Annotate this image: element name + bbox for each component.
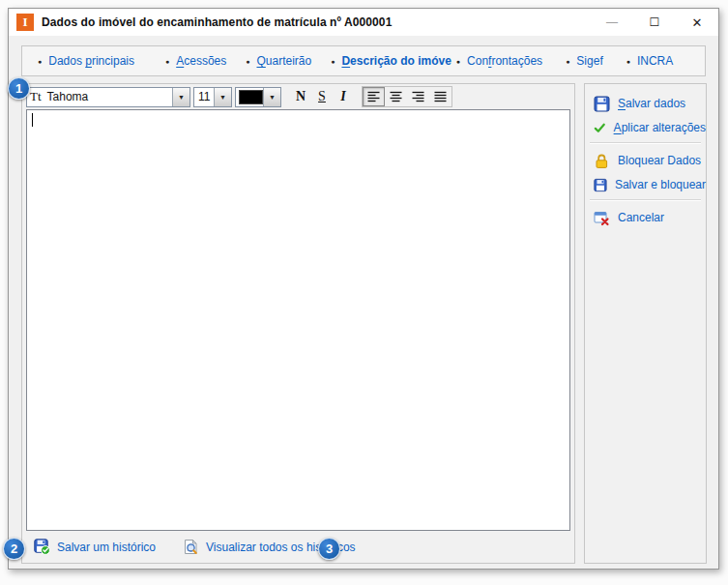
font-name-icon: Tt bbox=[30, 89, 42, 104]
alignment-group bbox=[362, 86, 452, 107]
chevron-down-icon[interactable]: ▼ bbox=[263, 88, 280, 106]
tab-dados-principais[interactable]: ● Dados principais bbox=[38, 54, 134, 68]
tab-quarteirao[interactable]: ● Quarteirão bbox=[246, 54, 311, 68]
save-history-label: Salvar um histórico bbox=[57, 541, 156, 554]
save-and-lock-button[interactable]: Salvar e bloquear bbox=[594, 174, 706, 195]
tab-bullet-icon: ● bbox=[246, 58, 249, 65]
tab-bullet-icon: ● bbox=[566, 58, 569, 65]
save-icon bbox=[594, 96, 610, 112]
view-histories-icon bbox=[183, 539, 199, 555]
bold-button[interactable]: N bbox=[291, 86, 310, 107]
tab-bullet-icon: ● bbox=[38, 58, 42, 65]
font-family-value: Tahoma bbox=[47, 90, 89, 103]
tab-bullet-icon: ● bbox=[165, 58, 169, 65]
description-editor[interactable] bbox=[26, 109, 570, 531]
font-size-value: 11 bbox=[198, 90, 210, 103]
tab-label: Confrontações bbox=[467, 54, 542, 68]
align-center-button[interactable] bbox=[385, 87, 407, 106]
tab-acessoes[interactable]: ● Acessões bbox=[165, 54, 226, 68]
separator bbox=[590, 199, 701, 201]
align-left-icon bbox=[367, 91, 380, 102]
align-center-icon bbox=[390, 91, 402, 102]
text-caret bbox=[32, 113, 33, 127]
dialog-window: I Dados do imóvel do encaminhamento de m… bbox=[8, 8, 719, 570]
tab-label: Descrição do imóve bbox=[341, 54, 451, 68]
check-icon bbox=[594, 120, 606, 136]
tab-bullet-icon: ● bbox=[331, 58, 335, 65]
separator bbox=[590, 142, 701, 144]
save-history-icon bbox=[34, 539, 50, 555]
tab-label: Dados principais bbox=[48, 54, 134, 68]
font-size-select[interactable]: 11 ▼ bbox=[193, 87, 232, 107]
align-right-icon bbox=[412, 91, 424, 102]
save-data-label: Salvar dados bbox=[618, 97, 685, 110]
tab-bullet-icon: ● bbox=[456, 58, 460, 65]
tab-bar: ● Dados principais ● Acessões ● Quarteir… bbox=[21, 45, 706, 76]
tab-descricao-do-imovel[interactable]: ● Descrição do imóve bbox=[331, 54, 451, 68]
app-icon: I bbox=[16, 14, 34, 31]
close-button[interactable]: ✕ bbox=[676, 9, 718, 36]
tab-label: Sigef bbox=[576, 54, 602, 68]
annotation-badge-3: 3 bbox=[318, 538, 340, 560]
apply-changes-label: Aplicar alterações bbox=[614, 121, 706, 134]
tab-label: INCRA bbox=[637, 54, 673, 68]
tab-incra[interactable]: ● INCRA bbox=[626, 54, 674, 68]
save-and-lock-label: Salvar e bloquear bbox=[615, 178, 706, 191]
maximize-button[interactable]: ☐ bbox=[633, 9, 676, 36]
cancel-label: Cancelar bbox=[618, 211, 664, 224]
lock-data-label: Bloquear Dados bbox=[618, 154, 701, 167]
lock-data-button[interactable]: Bloquear Dados bbox=[594, 150, 706, 171]
tab-confrontacoes[interactable]: ● Confrontações bbox=[456, 54, 542, 68]
chevron-down-icon[interactable]: ▼ bbox=[172, 88, 189, 106]
annotation-badge-1: 1 bbox=[8, 77, 30, 100]
history-actions: Salvar um histórico Visualizar todos os … bbox=[22, 531, 574, 563]
lock-icon bbox=[594, 153, 610, 169]
window-title: Dados do imóvel do encaminhamento de mat… bbox=[42, 15, 392, 29]
tab-label: Acessões bbox=[176, 54, 226, 68]
window-controls: — ☐ ✕ bbox=[591, 9, 718, 36]
tab-sigef[interactable]: ● Sigef bbox=[566, 54, 603, 68]
cancel-icon bbox=[594, 210, 610, 226]
align-justify-icon bbox=[434, 91, 447, 102]
tab-label: Quarteirão bbox=[256, 54, 311, 68]
actions-panel: Salvar dados Aplicar alterações Bloquear… bbox=[584, 83, 707, 564]
save-history-button[interactable]: Salvar um histórico bbox=[34, 539, 156, 555]
minimize-button[interactable]: — bbox=[591, 9, 633, 36]
annotation-badge-2: 2 bbox=[3, 538, 25, 560]
align-right-button[interactable] bbox=[407, 87, 429, 106]
underline-button[interactable]: S bbox=[312, 86, 332, 107]
chevron-down-icon[interactable]: ▼ bbox=[214, 88, 231, 106]
save-data-button[interactable]: Salvar dados bbox=[594, 93, 706, 114]
cancel-button[interactable]: Cancelar bbox=[594, 207, 706, 228]
save-icon bbox=[594, 177, 607, 193]
titlebar: I Dados do imóvel do encaminhamento de m… bbox=[9, 9, 718, 36]
font-family-select[interactable]: Tt Tahoma ▼ bbox=[26, 87, 190, 107]
tab-bullet-icon: ● bbox=[626, 58, 630, 65]
apply-changes-button[interactable]: Aplicar alterações bbox=[594, 117, 706, 138]
editor-toolbar: Tt Tahoma ▼ 11 ▼ ▼ N S I bbox=[22, 84, 574, 109]
font-color-select[interactable]: ▼ bbox=[235, 87, 281, 107]
align-justify-button[interactable] bbox=[429, 87, 451, 106]
color-swatch bbox=[239, 90, 263, 104]
description-panel: Tt Tahoma ▼ 11 ▼ ▼ N S I bbox=[21, 83, 575, 564]
italic-button[interactable]: I bbox=[334, 86, 353, 107]
align-left-button[interactable] bbox=[363, 87, 385, 106]
